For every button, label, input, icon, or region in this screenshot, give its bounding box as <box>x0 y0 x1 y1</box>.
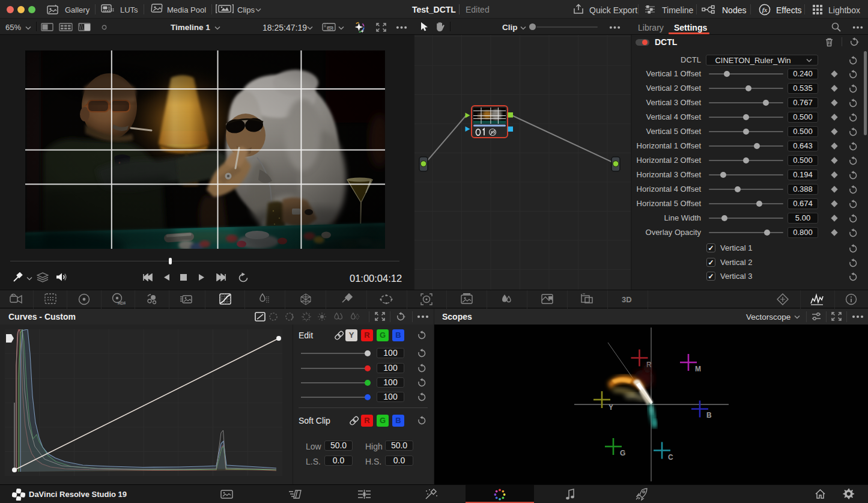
svg-text:G: G <box>620 449 625 457</box>
svg-text:3D: 3D <box>622 295 632 304</box>
svg-text:C: C <box>668 453 673 462</box>
svg-text:B: B <box>706 411 712 419</box>
svg-text:M: M <box>695 365 701 373</box>
svg-text:HDR: HDR <box>118 301 126 305</box>
svg-text:Y: Y <box>609 403 613 412</box>
svg-text:fx: fx <box>762 7 768 13</box>
svg-text:HQ: HQ <box>327 26 333 30</box>
